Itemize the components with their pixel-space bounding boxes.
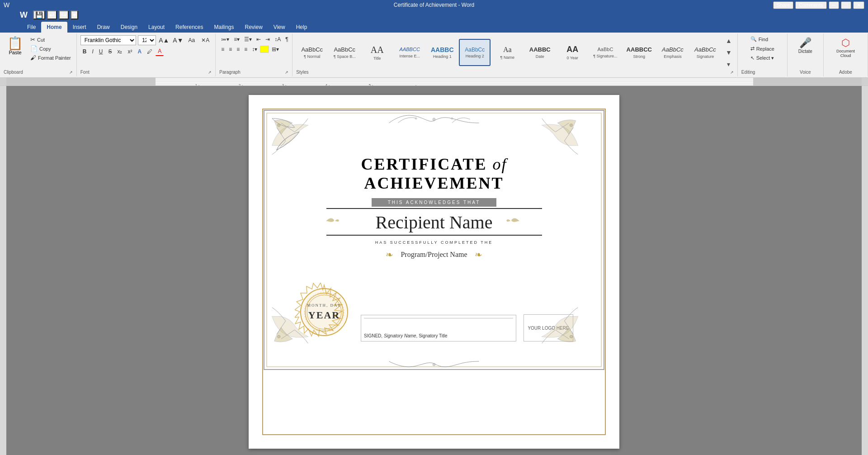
- multilevel-button[interactable]: ☰▾: [242, 35, 254, 43]
- style-strong[interactable]: AABBCC Strong: [623, 39, 656, 66]
- style-title[interactable]: AA Title: [361, 39, 393, 66]
- font-group-label: Font: [80, 70, 90, 75]
- tab-insert[interactable]: Insert: [67, 22, 92, 33]
- paragraph-group: ≔▾ ≡▾ ☰▾ ⇤ ⇥ ↕A ¶ ≡ ≡ ≡ ≡ ↕▾ ⊞▾: [216, 33, 292, 76]
- close-button[interactable]: ✕: [853, 1, 864, 9]
- styles-scroll-down-button[interactable]: ▼: [724, 47, 734, 58]
- style-heading1-preview: AABBC: [431, 46, 454, 54]
- document-page[interactable]: CERTIFICATE of ACHIEVEMENT THIS ACKNOWLE…: [249, 95, 619, 449]
- font-shrink-button[interactable]: A▼: [172, 36, 184, 45]
- undo-qat-button[interactable]: ↩: [47, 10, 57, 19]
- styles-group: AaBbCc ¶ Normal AaBbCc ¶ Space B... AA T…: [292, 33, 738, 76]
- style-signature2[interactable]: AaBbCc Signature: [689, 39, 721, 66]
- font-grow-button[interactable]: A▲: [158, 36, 170, 45]
- style-intense[interactable]: AABBCC Intense E...: [394, 39, 425, 66]
- comments-button[interactable]: Comments: [795, 1, 826, 9]
- text-effects-button[interactable]: A: [135, 47, 144, 56]
- redo-qat-button[interactable]: ↪: [59, 10, 69, 19]
- voice-group-label: Voice: [800, 70, 811, 75]
- justify-button[interactable]: ≡: [242, 45, 249, 53]
- style-date[interactable]: AABBC Date: [524, 39, 556, 66]
- seal-year: YEAR: [308, 309, 340, 321]
- minimize-button[interactable]: ─: [829, 1, 840, 9]
- borders-button[interactable]: ⊞▾: [270, 45, 281, 53]
- style-name[interactable]: Aa ¶ Name: [491, 39, 523, 66]
- tab-view[interactable]: View: [268, 22, 291, 33]
- font-color-button[interactable]: A: [156, 47, 164, 56]
- cert-title-block: CERTIFICATE of ACHIEVEMENT: [290, 155, 578, 193]
- cut-button[interactable]: ✂ Cut: [28, 35, 73, 44]
- find-icon: 🔍: [750, 36, 757, 42]
- font-family-select[interactable]: Franklin Gothic: [80, 35, 136, 45]
- superscript-button[interactable]: x²: [125, 47, 134, 56]
- share-button[interactable]: Share: [773, 1, 793, 9]
- align-right-button[interactable]: ≡: [235, 45, 241, 53]
- format-painter-button[interactable]: 🖌 Format Painter: [28, 53, 73, 62]
- cert-logo-text: YOUR LOGO HERE: [528, 326, 569, 331]
- find-label: Find: [759, 37, 768, 42]
- replace-button[interactable]: ⇄ Replace: [748, 45, 777, 52]
- dictate-button[interactable]: 🎤 Dictate: [795, 35, 816, 56]
- increase-indent-button[interactable]: ⇥: [264, 35, 272, 43]
- bullets-button[interactable]: ≔▾: [219, 35, 231, 43]
- maximize-button[interactable]: □: [841, 1, 851, 9]
- highlight-color-button[interactable]: 🖊: [145, 47, 155, 56]
- tab-file[interactable]: File: [22, 22, 41, 33]
- para-expand-button[interactable]: ↗: [285, 70, 288, 75]
- select-icon: ↖: [750, 55, 755, 61]
- styles-scroll-up-button[interactable]: ▲: [724, 35, 734, 46]
- adobe-cloud-button[interactable]: ⬡ Document Cloud: [827, 35, 864, 60]
- ribbon: 📋 Paste ✂ Cut 📄 Copy: [0, 33, 868, 78]
- sort-button[interactable]: ↕A: [273, 35, 283, 43]
- strikethrough-button[interactable]: S: [106, 47, 114, 56]
- find-button[interactable]: 🔍 Find: [748, 35, 777, 43]
- style-signature2-label: Signature: [697, 54, 714, 59]
- save-qat-button[interactable]: 💾: [33, 10, 45, 19]
- style-space[interactable]: AaBbCc ¶ Space B...: [329, 39, 360, 66]
- underline-button[interactable]: U: [97, 47, 105, 56]
- select-button[interactable]: ↖ Select ▾: [748, 54, 777, 62]
- style-heading2[interactable]: AaBbCc Heading 2: [459, 39, 491, 66]
- numbering-button[interactable]: ≡▾: [232, 35, 241, 43]
- font-expand-button[interactable]: ↗: [208, 70, 212, 75]
- line-spacing-button[interactable]: ↕▾: [250, 45, 259, 53]
- style-normal[interactable]: AaBbCc ¶ Normal: [296, 39, 328, 66]
- align-left-button[interactable]: ≡: [219, 45, 226, 53]
- style-normal-label: ¶ Normal: [304, 54, 320, 59]
- tab-home[interactable]: Home: [41, 22, 67, 33]
- paste-button[interactable]: 📋 Paste: [4, 35, 27, 57]
- style-emphasis-label: Emphasis: [664, 54, 682, 59]
- bold-button[interactable]: B: [80, 47, 89, 56]
- style-signature[interactable]: AaBbC ¶ Signature...: [589, 39, 621, 66]
- clipboard-expand-button[interactable]: ↗: [69, 70, 73, 75]
- font-size-select[interactable]: 12: [138, 35, 156, 45]
- clear-format-button[interactable]: ✕A: [199, 36, 212, 44]
- subscript-button[interactable]: x₂: [115, 47, 124, 56]
- copy-button[interactable]: 📄 Copy: [28, 44, 73, 53]
- tab-references[interactable]: References: [170, 22, 208, 33]
- change-case-button[interactable]: Aa: [186, 36, 198, 44]
- tab-design[interactable]: Design: [115, 22, 143, 33]
- replace-icon: ⇄: [750, 46, 755, 52]
- shading-button[interactable]: [260, 46, 269, 53]
- show-marks-button[interactable]: ¶: [283, 35, 290, 43]
- customize-qat-button[interactable]: ▾: [71, 10, 78, 19]
- italic-button[interactable]: I: [90, 47, 95, 56]
- cert-signature-area: SIGNED, Signatory Name, Signatory Title: [361, 315, 516, 341]
- styles-expand-button[interactable]: ↗: [730, 70, 734, 75]
- decrease-indent-button[interactable]: ⇤: [255, 35, 263, 43]
- ribbon-tabs: File Home Insert Draw Design Layout Refe…: [0, 20, 868, 33]
- style-heading1[interactable]: AABBC Heading 1: [426, 39, 458, 66]
- cert-program: Program/Project Name: [401, 251, 467, 259]
- tab-draw[interactable]: Draw: [92, 22, 115, 33]
- align-center-button[interactable]: ≡: [227, 45, 234, 53]
- tab-layout[interactable]: Layout: [143, 22, 170, 33]
- style-year[interactable]: AA 0 Year: [557, 39, 588, 66]
- tab-review[interactable]: Review: [240, 22, 268, 33]
- style-emphasis[interactable]: AaBbCc Emphasis: [657, 39, 689, 66]
- adobe-group-label: Adobe: [839, 70, 852, 75]
- svg-point-25: [415, 118, 417, 119]
- styles-more-button[interactable]: ▾: [724, 59, 734, 70]
- tab-help[interactable]: Help: [291, 22, 313, 33]
- tab-mailings[interactable]: Mailings: [208, 22, 239, 33]
